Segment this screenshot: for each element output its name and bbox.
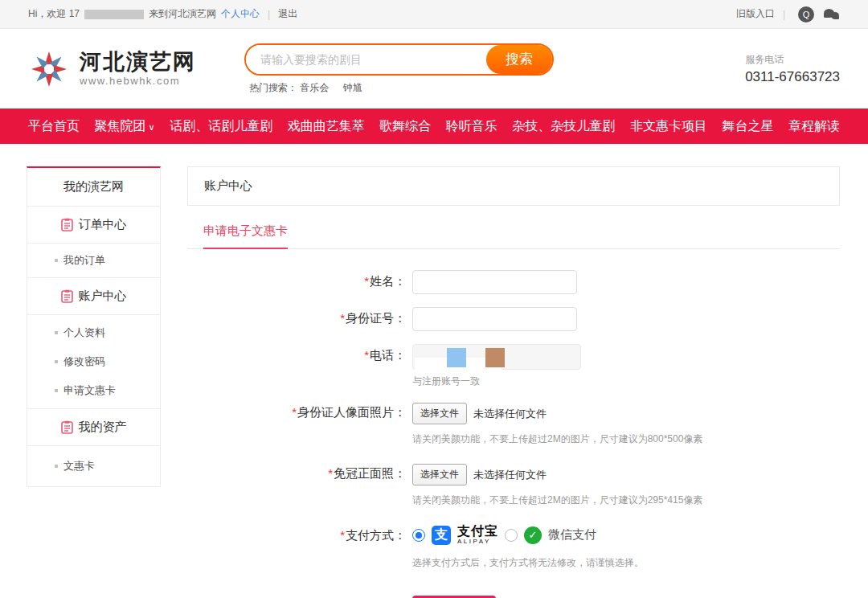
phone-hint-row: 与注册账号一致 — [187, 375, 840, 388]
search-box: 搜索 — [244, 43, 554, 76]
qq-icon[interactable]: Q — [798, 6, 814, 23]
alipay-radio[interactable] — [412, 529, 425, 542]
bullet-icon — [55, 259, 58, 262]
search-button[interactable]: 搜索 — [486, 45, 552, 74]
site-logo[interactable]: 河北演艺网 www.hebwhk.com — [28, 48, 196, 90]
bullet-icon — [55, 360, 58, 363]
clipboard-icon — [61, 218, 73, 231]
form-row-id-number: *身份证号： — [187, 307, 840, 331]
bullet-icon — [55, 465, 58, 468]
id-photo-file-status: 未选择任何文件 — [473, 407, 547, 421]
clipboard-icon — [61, 289, 73, 303]
portrait-file-status: 未选择任何文件 — [473, 468, 547, 482]
name-label: *姓名： — [187, 270, 406, 294]
bullet-icon — [55, 331, 58, 334]
apply-card-form: *姓名： *身份证号： *电话： — [187, 270, 840, 598]
required-mark: * — [364, 348, 369, 362]
wechat-icon[interactable] — [824, 6, 840, 23]
hot-search-row: 热门搜索： 音乐会 钟馗 — [244, 81, 554, 95]
hot-keyword-2[interactable]: 钟馗 — [343, 82, 362, 93]
sidebar-item-account-center[interactable]: 账户中心 — [27, 278, 160, 315]
alipay-label: 支付宝 ALIPAY — [457, 525, 498, 545]
sidebar-item-label: 我的资产 — [79, 420, 127, 435]
chevron-down-icon: ∨ — [149, 122, 155, 132]
sidebar-account-subgroup: 个人资料 修改密码 申请文惠卡 — [27, 315, 160, 409]
sidebar-item-my-orders[interactable]: 我的订单 — [27, 244, 160, 278]
nav-item-non-card[interactable]: 非文惠卡项目 — [630, 118, 707, 135]
id-photo-hint: 请关闭美颜功能，不要上传超过2M的图片，尺寸建议为800*500像素 — [406, 432, 702, 446]
sidebar-item-culture-card[interactable]: 文惠卡 — [27, 446, 160, 486]
name-control — [406, 270, 577, 294]
nav-item-song-dance[interactable]: 歌舞综合 — [379, 118, 431, 135]
main-panel: 账户中心 申请电子文惠卡 *姓名： *身份证号： — [187, 166, 840, 598]
phone-hint: 与注册账号一致 — [406, 375, 480, 388]
id-number-label: *身份证号： — [187, 307, 406, 331]
name-field[interactable] — [412, 270, 577, 294]
payment-label: *支付方式： — [187, 525, 406, 545]
form-row-name: *姓名： — [187, 270, 840, 294]
wechat-pay-icon: ✓ — [524, 526, 542, 544]
service-phone-block: 服务电话 0311-67663723 — [745, 53, 840, 85]
redaction-block-tan — [485, 348, 505, 367]
sidebar-item-change-password[interactable]: 修改密码 — [27, 347, 160, 376]
payment-hint-row: 选择支付方式后，支付方式将无法修改，请谨慎选择。 — [187, 556, 840, 570]
logo-text: 河北演艺网 www.hebwhk.com — [80, 51, 196, 87]
portrait-label: *免冠正面照： — [187, 464, 406, 485]
payment-options: 支 支付宝 ALIPAY ✓ 微信支付 — [406, 525, 596, 545]
nav-item-acrobatics[interactable]: 杂技、杂技儿童剧 — [512, 118, 615, 135]
hot-keyword-1[interactable]: 音乐会 — [300, 82, 329, 93]
id-number-field[interactable] — [412, 307, 577, 331]
site-url: www.hebwhk.com — [80, 75, 196, 87]
id-photo-control: 选择文件 未选择任何文件 — [406, 403, 547, 424]
form-row-id-photo: *身份证人像面照片： 选择文件 未选择任何文件 — [187, 403, 840, 424]
sidebar-item-label: 修改密码 — [63, 354, 105, 369]
alipay-icon: 支 — [432, 526, 451, 545]
site-header: 河北演艺网 www.hebwhk.com 搜索 热门搜索： 音乐会 钟馗 服务电… — [0, 29, 868, 109]
sidebar-item-label: 我的订单 — [63, 253, 105, 268]
sidebar-item-label: 文惠卡 — [63, 459, 95, 473]
service-phone-label: 服务电话 — [745, 53, 840, 67]
logout-link[interactable]: 退出 — [278, 7, 297, 21]
wechat-pay-label: 微信支付 — [548, 527, 596, 543]
nav-item-opera[interactable]: 戏曲曲艺集萃 — [288, 118, 365, 135]
hot-search-label: 热门搜索： — [249, 82, 297, 93]
sidebar-item-my-assets[interactable]: 我的资产 — [27, 409, 160, 446]
id-photo-choose-file-button[interactable]: 选择文件 — [412, 403, 467, 424]
tab-apply-ecard[interactable]: 申请电子文惠卡 — [203, 223, 288, 249]
sidebar-item-label: 申请文惠卡 — [63, 383, 116, 398]
sidebar-item-profile[interactable]: 个人资料 — [27, 318, 160, 347]
wechat-bubble-small — [831, 12, 839, 19]
sidebar-item-label: 订单中心 — [79, 217, 127, 232]
portrait-control: 选择文件 未选择任何文件 — [406, 464, 547, 485]
topbar-right: 旧版入口 | Q — [736, 6, 840, 23]
sidebar-title: 我的演艺网 — [27, 168, 160, 207]
tab-row: 申请电子文惠卡 — [187, 223, 840, 249]
greeting-suffix: 来到河北演艺网 — [149, 7, 216, 21]
phone-control — [406, 344, 581, 370]
id-photo-hint-row: 请关闭美颜功能，不要上传超过2M的图片，尺寸建议为800*500像素 — [187, 432, 840, 446]
greeting-prefix: Hi，欢迎 17 — [28, 7, 80, 21]
main-nav: 平台首页 聚焦院团∨ 话剧、话剧儿童剧 戏曲曲艺集萃 歌舞综合 聆听音乐 杂技、… — [0, 109, 868, 144]
topbar: Hi，欢迎 17 来到河北演艺网 个人中心 | 退出 旧版入口 | Q — [0, 0, 868, 29]
nav-item-drama[interactable]: 话剧、话剧儿童剧 — [170, 118, 272, 135]
nav-item-home[interactable]: 平台首页 — [28, 118, 80, 135]
old-version-link[interactable]: 旧版入口 — [736, 7, 775, 21]
sidebar-item-apply-card[interactable]: 申请文惠卡 — [27, 376, 160, 405]
clipboard-icon — [61, 420, 73, 434]
required-mark: * — [328, 466, 333, 480]
portrait-choose-file-button[interactable]: 选择文件 — [412, 464, 467, 485]
bullet-icon — [55, 389, 58, 392]
search-input[interactable] — [246, 45, 491, 74]
nav-item-troupes[interactable]: 聚焦院团∨ — [95, 118, 155, 135]
form-row-phone: *电话： — [187, 344, 840, 370]
nav-item-music[interactable]: 聆听音乐 — [446, 118, 497, 135]
nav-item-stage-star[interactable]: 舞台之星 — [722, 118, 773, 135]
form-row-payment: *支付方式： 支 支付宝 ALIPAY ✓ 微信支付 — [187, 525, 840, 545]
nav-item-rules[interactable]: 章程解读 — [788, 118, 840, 135]
sidebar-item-order-center[interactable]: 订单中心 — [27, 207, 160, 244]
wechat-pay-radio[interactable] — [505, 529, 518, 542]
personal-center-link[interactable]: 个人中心 — [221, 7, 260, 21]
required-mark: * — [292, 405, 297, 419]
search-area: 搜索 热门搜索： 音乐会 钟馗 — [244, 43, 554, 95]
sidebar-item-label: 账户中心 — [79, 289, 127, 304]
